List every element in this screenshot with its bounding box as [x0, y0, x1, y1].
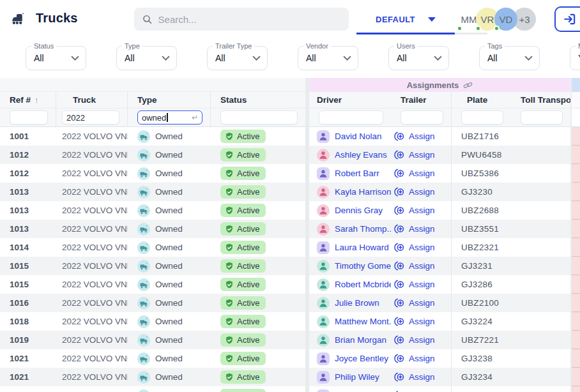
filter-select[interactable]: Tags All [479, 46, 540, 70]
column-header-toll[interactable]: Toll Transponder [511, 92, 570, 109]
driver-cell: Dennis Gray [309, 201, 391, 220]
assign-plus-icon [394, 316, 405, 327]
driver-link[interactable]: Sarah Thomp... [335, 224, 391, 234]
left-group-header [0, 78, 305, 92]
trailer-cell: Assign [391, 294, 452, 312]
link-icon[interactable] [463, 80, 473, 90]
toll-cell [511, 368, 570, 386]
driver-link[interactable]: Timothy Gomez [335, 261, 391, 271]
driver-link[interactable]: Matthew Mont... [335, 317, 391, 326]
filter-select[interactable]: Type All [116, 46, 177, 70]
filter-select[interactable]: Users All [388, 46, 449, 70]
owned-truck-icon [137, 186, 150, 199]
table-body: 1001 2022 VOLVO VNL Owned [0, 127, 580, 392]
column-header-type[interactable]: Type [128, 92, 211, 109]
shield-check-icon [225, 354, 234, 363]
plate-cell: UBZ3551 [452, 220, 511, 238]
plate-cell: UBZ2688 [452, 201, 511, 220]
assign-plus-icon [394, 186, 405, 197]
assign-button[interactable]: Assign [391, 372, 435, 382]
assign-button[interactable]: Assign [391, 186, 435, 197]
filter-select[interactable]: Status All [26, 46, 86, 70]
toll-cell [511, 183, 570, 201]
driver-avatar-icon [317, 241, 330, 254]
ref-cell: 1021 [0, 368, 56, 386]
column-header-trailer[interactable]: Trailer [391, 92, 452, 109]
assign-button[interactable]: Assign [391, 260, 435, 271]
assign-button[interactable]: Assign [391, 168, 435, 179]
avatar[interactable]: VD [494, 8, 517, 31]
ref-filter-input[interactable] [10, 110, 48, 124]
filter-value: All [487, 53, 498, 63]
assign-button[interactable]: Assign [391, 223, 435, 234]
driver-link[interactable]: Kayla Harrison [335, 187, 391, 197]
pinned-right-cell [572, 368, 580, 386]
assign-button[interactable]: Assign [391, 353, 435, 364]
shield-check-icon [225, 151, 234, 160]
truck-filter-input[interactable] [62, 110, 119, 124]
column-header-truck[interactable]: Truck [56, 92, 128, 109]
assign-button[interactable]: Assign [391, 335, 435, 345]
driver-link[interactable]: David Nolan [335, 132, 382, 141]
driver-link[interactable]: Robert Barr [335, 169, 379, 178]
trailer-filter-input[interactable] [401, 110, 443, 124]
status-badge: Active [220, 296, 266, 310]
filter-select[interactable]: Vendor All [298, 46, 358, 70]
assign-button[interactable]: Assign [391, 279, 435, 290]
pinned-right-cell [572, 349, 580, 368]
status-filter-input[interactable] [220, 110, 298, 124]
sort-asc-icon[interactable]: ↑ [34, 95, 39, 105]
status-cell: Active [211, 146, 305, 164]
status-badge: Active [220, 333, 266, 347]
assign-button[interactable]: Assign [391, 298, 435, 308]
driver-filter-input[interactable] [319, 110, 383, 124]
assign-button[interactable]: Assign [391, 205, 435, 216]
trailer-cell: Assign [391, 368, 452, 386]
filter-select[interactable]: M Y [570, 46, 580, 70]
search-input[interactable] [158, 14, 341, 25]
assign-button[interactable]: Assign [391, 242, 435, 253]
pinned-right-cell [572, 146, 580, 164]
driver-link[interactable]: Julie Brown [335, 298, 379, 308]
column-header-plate[interactable]: Plate [452, 92, 511, 109]
exit-button[interactable] [554, 6, 580, 32]
type-cell: Owned [128, 386, 211, 392]
owned-truck-icon [137, 352, 150, 365]
assign-button[interactable]: Assign [391, 131, 435, 142]
assign-plus-icon [394, 168, 405, 179]
shield-check-icon [225, 299, 234, 308]
status-cell: Active [211, 386, 305, 392]
truck-cell: 2022 VOLVO VNL [56, 164, 128, 183]
shield-check-icon [225, 225, 234, 234]
type-filter-input[interactable]: owned ↵ [137, 110, 202, 124]
view-selector[interactable]: DEFAULT [356, 10, 455, 28]
filter-label: Type [122, 42, 142, 50]
type-cell: Owned [128, 331, 211, 349]
status-badge: Active [220, 352, 266, 365]
truck-cell: 2022 VOLVO VNL [56, 368, 128, 386]
search-box[interactable] [134, 8, 349, 31]
driver-link[interactable]: Laura Howard [335, 243, 389, 252]
plate-filter-input[interactable] [461, 110, 503, 124]
table-row: 1013 2022 VOLVO VNL Owned [0, 183, 580, 201]
filter-value: All [215, 53, 225, 63]
assign-plus-icon [394, 131, 405, 142]
assign-button[interactable]: Assign [391, 316, 435, 327]
driver-link[interactable]: Robert Mcbride [335, 280, 391, 289]
column-header-status[interactable]: Status [211, 92, 305, 109]
view-selector-label: DEFAULT [376, 15, 415, 24]
driver-avatar-icon [317, 278, 330, 291]
assign-button[interactable]: Assign [391, 149, 435, 160]
driver-link[interactable]: Brian Morgan [335, 335, 386, 345]
filter-select[interactable]: Trailer Type All [207, 46, 268, 70]
pinned-right-cell [572, 257, 580, 275]
driver-link[interactable]: Joyce Bentley [335, 354, 388, 363]
driver-link[interactable]: Ashley Evans [335, 150, 387, 160]
driver-link[interactable]: Philip Wiley [335, 372, 379, 382]
toll-filter-input[interactable] [521, 110, 563, 124]
column-header-ref[interactable]: Ref # ↑ [0, 92, 56, 109]
driver-link[interactable]: Dennis Gray [335, 206, 383, 215]
toll-cell [511, 331, 570, 349]
column-header-driver[interactable]: Driver [309, 92, 391, 109]
toll-cell [511, 386, 570, 392]
